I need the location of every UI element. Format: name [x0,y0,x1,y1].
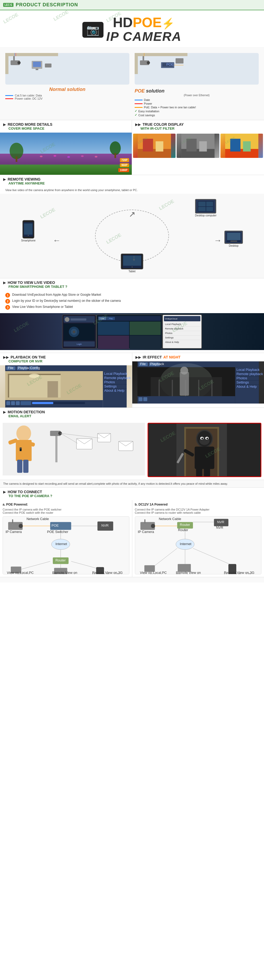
svg-rect-21 [176,58,184,64]
remote-arrow: ▶ [3,177,6,181]
svg-point-77 [29,374,40,378]
poe-solution-diagram: POE [134,53,259,84]
ircut-vivid-img: LECOE [221,134,263,158]
svg-text:File: File [140,362,146,366]
svg-rect-41 [199,141,207,151]
svg-rect-12 [134,53,138,74]
svg-rect-0 [5,53,58,56]
menu-item-about[interactable]: About & Help [164,340,200,344]
svg-point-110 [180,367,188,375]
burglar-image: LECOE LECOE [148,423,261,476]
svg-rect-84 [32,402,53,404]
remote-diagram: Desktop computer Desktop S [0,194,264,278]
solution-section: Normal solution Cat.5 lan cable: Data Po… [0,48,264,120]
svg-point-159 [206,438,208,439]
ir-night-svg: File Playback [132,361,264,404]
desktop2-svg [227,232,241,242]
bottom-spacer [0,577,264,582]
motion-right-content: LECOE LECOE [147,423,261,477]
app-screenshots: Login Live Play VmEyeCloud Local Playbac… [0,313,264,350]
app-menu-topbar: VmEyeCloud [164,316,200,321]
easy-install-label: Easy installation [138,110,160,113]
motion-person-scene: 📱 [3,423,145,476]
svg-rect-111 [137,396,235,404]
desktop-computer-label: Desktop computer [195,214,216,217]
grid-tab2[interactable]: Play [107,317,115,320]
remote-desc: View live video of the camera anytime fr… [0,188,264,194]
poe-text: POE [133,15,162,30]
desktop-screen-svg [198,201,214,212]
svg-text:Router: Router [178,528,188,532]
menu-item-photos[interactable]: Photos [164,331,200,336]
howto-header: ▶ HOW TO VIEW LIVE VIDEO FROM SMARTPHONE… [0,278,264,291]
res-badge-1080p: 1080P [118,168,129,172]
svg-rect-24 [0,165,132,175]
svg-text:IP Camera: IP Camera [6,530,22,534]
playback-header: ▶▶ PLAYBACK ON THE COMPUTER OR NVR [0,353,132,365]
login-label: Login [77,343,82,345]
svg-rect-105 [171,380,173,396]
svg-text:📱: 📱 [19,447,23,452]
svg-text:Internet: Internet [180,542,191,546]
playback-arrow: ▶▶ [3,355,9,359]
howto-arrow: ▶ [3,280,6,285]
smartphone-screen [22,220,34,239]
svg-rect-53 [230,241,237,242]
svg-point-33 [95,156,98,158]
smartphone-label: Smartphone [21,239,35,242]
menu-item-remote-playback[interactable]: Remote playback [164,326,200,331]
svg-text:IP Camera: IP Camera [138,530,154,534]
svg-rect-76 [48,381,58,398]
svg-text:Router: Router [180,523,190,527]
menu-item-settings[interactable]: Settings [164,336,200,340]
svg-point-32 [81,155,84,157]
svg-point-27 [110,141,121,155]
app-username-field [70,318,86,321]
poe-powered-desc: Connect the IP camera with the POE switc… [3,508,130,514]
svg-text:Settings: Settings [104,384,117,388]
howto-title2: FROM SMARTPHONE OR TABLET ? [8,285,261,289]
resolution-image: 720P 960P 1080P LECOE [0,133,132,175]
app-menu-title: VmEyeCloud [165,318,178,320]
grid-tab1[interactable]: Live [98,317,106,320]
record-left: ▶ RECORD MORE DETAILS COVER MORE SPACE [0,120,132,175]
normal-solution-svg [5,53,58,74]
svg-point-158 [202,438,203,439]
app-video-area [64,323,95,340]
grid-cell-4 [130,336,161,349]
howto-section: ▶ HOW TO VIEW LIVE VIDEO FROM SMARTPHONE… [0,278,264,353]
svg-text:Mobile & Smart Phone: Mobile & Smart Phone [92,573,126,574]
motion-section: ▶ MOTION DETECTION EMAIL ALERT [0,408,264,488]
cable1-label: Cat.5 lan cable: Data [15,94,42,97]
step-1: 1 Download VmEyecloud from Apple App Sto… [5,293,259,298]
ir-arrow: ▶▶ [136,355,141,359]
svg-text:Network Cable: Network Cable [158,517,181,521]
svg-rect-109 [179,372,189,396]
ir-header: ▶▶ IR EFFECT AT NIGHT [132,353,264,361]
poe-cable-line [134,107,142,108]
cost-savings-label: Cost savings [138,114,155,117]
ip-camera-title: IP CAMERA [106,29,182,44]
svg-rect-9 [36,69,38,70]
svg-text:PC via Internet: PC via Internet [52,573,75,574]
ir-effect-right: ▶▶ IR EFFECT AT NIGHT File Playback [132,353,264,407]
app-grid-topbar: Live Play [98,316,161,321]
motion-title2: EMAIL ALERT [8,414,261,418]
svg-text:Remote playback: Remote playback [104,376,131,380]
ircut-header: ▶▶ TRUE COLOR DISPLAY WITH IR-CUT FILTER [132,120,264,133]
normal-solution-box: Normal solution Cat.5 lan cable: Data Po… [5,53,130,117]
desktop-device: Desktop [224,231,243,247]
connect-right-dc: b. DC12V 1A Powered Connect the IP camer… [132,500,264,577]
menu-item-local-playback[interactable]: Local Playback [164,322,200,326]
svg-rect-199 [144,520,145,523]
playback-section: ▶▶ PLAYBACK ON THE COMPUTER OR NVR File … [0,353,264,408]
record-arrow: ▶ [3,122,6,127]
svg-text:Photos: Photos [104,380,115,384]
motion-content: 📱 [0,420,264,480]
app-login-btn[interactable]: Login [64,341,95,347]
svg-rect-160 [195,447,214,469]
playback-title1: PLAYBACK ON THE [11,355,46,359]
howto-steps: 1 Download VmEyecloud from Apple App Sto… [0,291,264,313]
svg-rect-8 [33,62,41,67]
smartphone-svg [24,222,33,237]
